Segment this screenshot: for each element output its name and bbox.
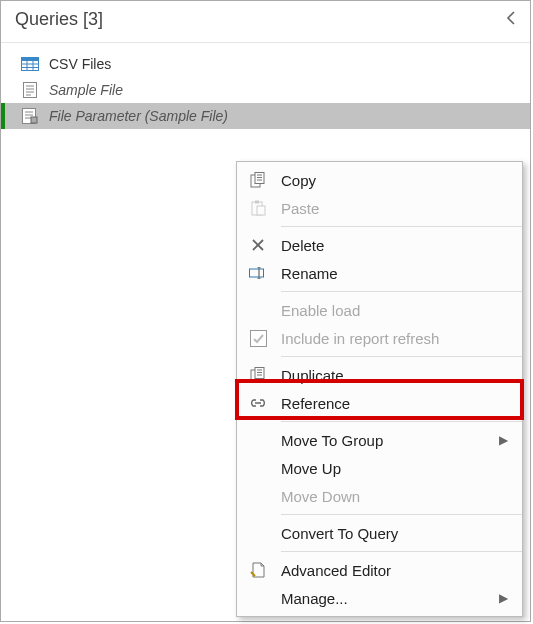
query-label: CSV Files [49, 56, 111, 72]
panel-title: Queries [3] [15, 9, 103, 30]
menu-enable-load: Enable load [237, 296, 522, 324]
blank-icon [247, 431, 269, 449]
menu-include-refresh: Include in report refresh [237, 324, 522, 352]
query-item-csv-files[interactable]: CSV Files [1, 51, 530, 77]
menu-label: Move Up [281, 460, 508, 477]
menu-label: Convert To Query [281, 525, 508, 542]
submenu-arrow-icon: ▶ [499, 591, 508, 605]
reference-icon [247, 394, 269, 412]
menu-separator [281, 291, 522, 292]
query-item-file-parameter[interactable]: File Parameter (Sample File) [1, 103, 530, 129]
svg-rect-15 [31, 117, 37, 123]
menu-move-up[interactable]: Move Up [237, 454, 522, 482]
menu-label: Delete [281, 237, 508, 254]
menu-label: Duplicate [281, 367, 508, 384]
queries-list: CSV Files Sample File [1, 43, 530, 129]
menu-separator [281, 356, 522, 357]
menu-separator [281, 551, 522, 552]
document-icon [21, 82, 39, 98]
checkbox-checked-icon [247, 329, 269, 347]
menu-copy[interactable]: Copy [237, 166, 522, 194]
blank-icon [247, 301, 269, 319]
menu-paste: Paste [237, 194, 522, 222]
menu-label: Enable load [281, 302, 508, 319]
blank-icon [247, 524, 269, 542]
menu-label: Move To Group [281, 432, 499, 449]
duplicate-icon [247, 366, 269, 384]
panel-header: Queries [3] [1, 1, 530, 43]
delete-icon [247, 236, 269, 254]
paste-icon [247, 199, 269, 217]
menu-label: Reference [281, 395, 508, 412]
menu-convert-to-query[interactable]: Convert To Query [237, 519, 522, 547]
menu-manage[interactable]: Manage... ▶ [237, 584, 522, 612]
svg-rect-1 [22, 58, 39, 62]
menu-move-down: Move Down [237, 482, 522, 510]
menu-label: Advanced Editor [281, 562, 508, 579]
menu-label: Paste [281, 200, 508, 217]
query-item-sample-file[interactable]: Sample File [1, 77, 530, 103]
blank-icon [247, 487, 269, 505]
rename-icon [247, 264, 269, 282]
query-label: Sample File [49, 82, 123, 98]
blank-icon [247, 459, 269, 477]
menu-label: Manage... [281, 590, 499, 607]
menu-delete[interactable]: Delete [237, 231, 522, 259]
menu-move-to-group[interactable]: Move To Group ▶ [237, 426, 522, 454]
menu-advanced-editor[interactable]: Advanced Editor [237, 556, 522, 584]
table-icon [21, 56, 39, 72]
menu-label: Include in report refresh [281, 330, 508, 347]
advanced-editor-icon [247, 561, 269, 579]
menu-reference[interactable]: Reference [237, 389, 522, 417]
svg-rect-23 [257, 206, 265, 215]
menu-label: Move Down [281, 488, 508, 505]
menu-rename[interactable]: Rename [237, 259, 522, 287]
parameter-icon [21, 108, 39, 124]
menu-separator [281, 421, 522, 422]
svg-rect-26 [250, 269, 264, 277]
menu-separator [281, 226, 522, 227]
submenu-arrow-icon: ▶ [499, 433, 508, 447]
menu-separator [281, 514, 522, 515]
menu-label: Rename [281, 265, 508, 282]
query-label: File Parameter (Sample File) [49, 108, 228, 124]
svg-rect-22 [255, 201, 259, 204]
menu-label: Copy [281, 172, 508, 189]
copy-icon [247, 171, 269, 189]
context-menu: Copy Paste Delete Rename Enable load [236, 161, 523, 617]
menu-duplicate[interactable]: Duplicate [237, 361, 522, 389]
blank-icon [247, 589, 269, 607]
collapse-chevron-icon[interactable] [506, 11, 518, 28]
queries-panel: Queries [3] CSV Files [0, 0, 531, 622]
